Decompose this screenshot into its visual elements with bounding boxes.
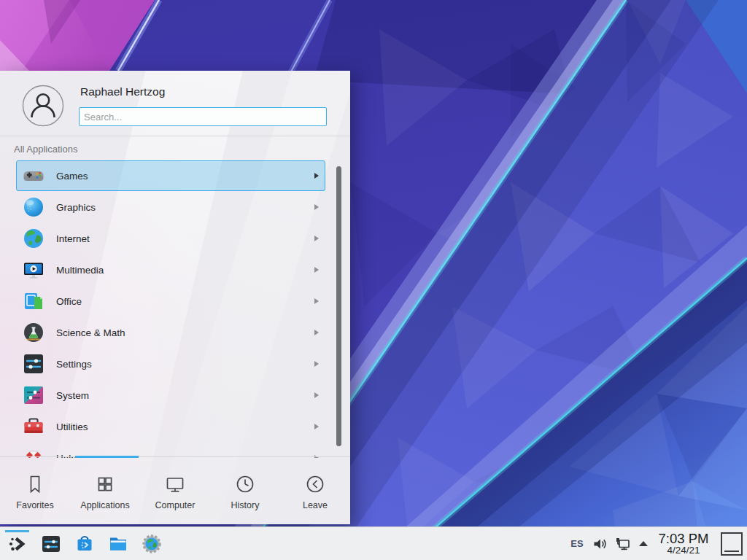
system-settings-button[interactable] (37, 527, 65, 560)
menu-item-help[interactable]: Help (16, 443, 325, 458)
submenu-arrow-icon (314, 392, 319, 398)
menu-item-label: Multimedia (56, 265, 314, 276)
menu-item-label: Graphics (56, 202, 314, 213)
toolbox-icon (22, 415, 45, 438)
menu-item-system[interactable]: System (16, 380, 325, 411)
keyboard-layout-indicator[interactable]: ES (565, 538, 589, 549)
application-category-list: Games Graphics (0, 160, 350, 458)
documents-icon (22, 289, 45, 313)
system-settings-icon (40, 533, 62, 555)
tab-computer[interactable]: Computer (140, 457, 210, 524)
network-button[interactable] (611, 527, 635, 560)
web-browser-button[interactable] (138, 527, 166, 560)
tab-history[interactable]: History (210, 457, 280, 524)
menu-item-label: Games (56, 171, 314, 182)
globe-icon (22, 227, 45, 250)
menu-item-internet[interactable]: Internet (16, 223, 325, 254)
submenu-arrow-icon (314, 173, 319, 179)
menu-header: Raphael Hertzog (0, 71, 350, 136)
grid-icon (94, 473, 116, 495)
menu-item-label: Office (56, 296, 314, 307)
menu-item-label: Internet (56, 233, 314, 244)
discover-button[interactable] (71, 527, 98, 560)
tab-label: History (231, 500, 260, 510)
menu-item-label: Utilities (56, 421, 314, 432)
taskbar-launchers (0, 527, 171, 560)
tray-expander-button[interactable] (635, 527, 652, 560)
submenu-arrow-icon (314, 424, 319, 429)
menu-item-label: Settings (56, 359, 314, 370)
menu-item-label: Science & Math (56, 327, 314, 338)
sliders-icon (22, 352, 45, 376)
flask-icon (22, 321, 45, 344)
discover-icon (74, 533, 96, 555)
user-name: Raphael Hertzog (80, 85, 165, 98)
tab-label: Computer (155, 500, 196, 510)
volume-icon (592, 535, 609, 553)
tab-label: Applications (80, 500, 129, 510)
leave-icon (304, 473, 326, 495)
system-tray: ES 7:03 PM 4/24/21 (565, 527, 747, 560)
volume-button[interactable] (589, 527, 611, 560)
menu-item-office[interactable]: Office (16, 286, 325, 316)
system-sliders-icon (22, 384, 45, 407)
section-label: All Applications (14, 144, 77, 155)
bookmark-icon (24, 473, 46, 495)
taskbar-panel: ES 7:03 PM 4/24/21 (0, 526, 747, 560)
submenu-arrow-icon (314, 330, 319, 335)
active-task-indicator (5, 530, 29, 532)
digital-clock[interactable]: 7:03 PM 4/24/21 (652, 532, 715, 556)
tab-applications[interactable]: Applications (70, 457, 140, 524)
menu-item-settings[interactable]: Settings (16, 349, 325, 379)
menu-item-utilities[interactable]: Utilities (16, 411, 325, 442)
clock-date: 4/24/21 (667, 545, 700, 556)
scrollbar[interactable] (336, 166, 341, 446)
submenu-arrow-icon (314, 267, 319, 273)
monitor-play-icon (22, 258, 45, 281)
submenu-arrow-icon (314, 298, 319, 304)
computer-icon (164, 473, 186, 495)
network-wired-icon (614, 535, 632, 553)
submenu-arrow-icon (314, 361, 319, 367)
dolphin-icon (107, 533, 129, 555)
sphere-icon (22, 195, 45, 219)
tab-label: Leave (303, 500, 328, 510)
menu-item-label: System (56, 390, 314, 401)
submenu-arrow-icon (314, 204, 319, 210)
submenu-arrow-icon (314, 236, 319, 241)
tab-label: Favorites (16, 500, 53, 510)
kde-launcher-icon (7, 533, 28, 555)
web-globe-icon (141, 533, 163, 555)
expand-arrow-icon (639, 541, 648, 546)
tab-leave[interactable]: Leave (280, 457, 350, 524)
show-desktop-button[interactable] (721, 532, 743, 556)
menu-item-science-math[interactable]: Science & Math (16, 317, 325, 348)
menu-item-games[interactable]: Games (16, 160, 325, 191)
application-launcher-button[interactable] (4, 527, 31, 560)
gamepad-icon (22, 164, 45, 187)
menu-item-graphics[interactable]: Graphics (16, 192, 325, 222)
clock-icon (234, 473, 256, 495)
application-launcher-menu: Raphael Hertzog All Applications Games (0, 71, 350, 524)
clock-time: 7:03 PM (659, 532, 709, 545)
menu-tab-bar: Favorites Applications Computer (0, 456, 350, 524)
tab-favorites[interactable]: Favorites (0, 457, 70, 524)
search-input[interactable] (79, 107, 327, 126)
active-tab-indicator (75, 456, 139, 458)
file-manager-button[interactable] (104, 527, 132, 560)
user-avatar-icon (22, 85, 64, 127)
menu-item-multimedia[interactable]: Multimedia (16, 254, 325, 285)
